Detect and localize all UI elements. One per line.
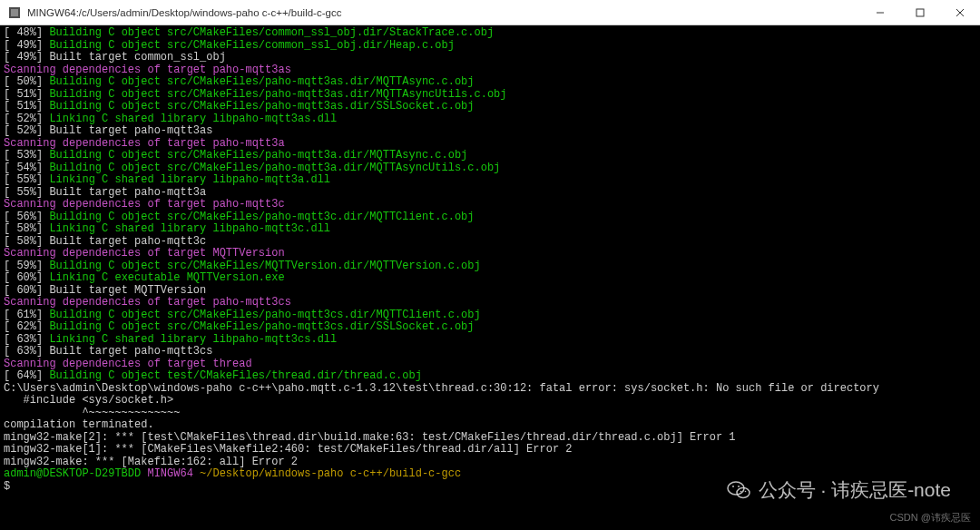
mingw-icon xyxy=(7,5,22,20)
terminal-line: [ 54%] Building C object src/CMakeFiles/… xyxy=(4,162,976,175)
window-controls xyxy=(860,0,980,25)
terminal-line: mingw32-make[2]: *** [test\CMakeFiles\th… xyxy=(4,432,976,445)
terminal-line: Scanning dependencies of target paho-mqt… xyxy=(4,138,976,151)
terminal-line: [ 52%] Linking C shared library libpaho-… xyxy=(4,113,976,126)
terminal-line: Scanning dependencies of target MQTTVers… xyxy=(4,248,976,260)
terminal-line: [ 55%] Built target paho-mqtt3a xyxy=(4,187,976,200)
watermark-text: 公众号 · 讳疾忌医-note xyxy=(759,477,951,503)
terminal-line: [ 49%] Building C object src/CMakeFiles/… xyxy=(4,40,976,53)
terminal-line: [ 49%] Built target common_ssl_obj xyxy=(4,52,976,64)
svg-point-7 xyxy=(737,488,750,498)
titlebar-left: MINGW64:/c/Users/admin/Desktop/windows-p… xyxy=(7,5,341,20)
terminal-line: [ 51%] Building C object src/CMakeFiles/… xyxy=(4,101,976,113)
terminal-line: [ 58%] Built target paho-mqtt3c xyxy=(4,236,976,249)
svg-point-11 xyxy=(744,491,746,493)
minimize-button[interactable] xyxy=(860,0,900,25)
svg-point-9 xyxy=(738,486,740,487)
terminal-line: [ 48%] Building C object src/CMakeFiles/… xyxy=(4,27,976,40)
terminal-line: C:\Users\admin\Desktop\windows-paho c-c+… xyxy=(4,383,976,396)
svg-point-8 xyxy=(732,486,734,487)
terminal-line: Scanning dependencies of target thread xyxy=(4,358,976,371)
terminal-line: compilation terminated. xyxy=(4,419,976,432)
wechat-icon xyxy=(726,477,751,503)
terminal-line: [ 63%] Linking C shared library libpaho-… xyxy=(4,334,976,347)
terminal-line: [ 53%] Building C object src/CMakeFiles/… xyxy=(4,150,976,162)
terminal-line: [ 51%] Building C object src/CMakeFiles/… xyxy=(4,89,976,102)
terminal-line: [ 55%] Linking C shared library libpaho-… xyxy=(4,174,976,187)
terminal-line: Scanning dependencies of target paho-mqt… xyxy=(4,64,976,77)
terminal-line: [ 60%] Built target MQTTVersion xyxy=(4,285,976,298)
csdn-watermark: CSDN @讳疾忌医 xyxy=(890,511,971,525)
terminal-line: #include <sys/socket.h> xyxy=(4,395,976,407)
terminal-line: [ 62%] Building C object src/CMakeFiles/… xyxy=(4,321,976,334)
svg-rect-3 xyxy=(916,9,924,16)
terminal-output[interactable]: [ 48%] Building C object src/CMakeFiles/… xyxy=(0,25,980,530)
terminal-line: Scanning dependencies of target paho-mqt… xyxy=(4,297,976,309)
svg-point-10 xyxy=(740,491,741,493)
terminal-line: Scanning dependencies of target paho-mqt… xyxy=(4,199,976,211)
terminal-line: [ 52%] Built target paho-mqtt3as xyxy=(4,125,976,138)
window-title: MINGW64:/c/Users/admin/Desktop/windows-p… xyxy=(27,7,341,18)
close-button[interactable] xyxy=(940,0,980,25)
maximize-button[interactable] xyxy=(900,0,940,25)
terminal-line: [ 58%] Linking C shared library libpaho-… xyxy=(4,223,976,236)
terminal-line: mingw32-make: *** [Makefile:162: all] Er… xyxy=(4,456,976,469)
titlebar: MINGW64:/c/Users/admin/Desktop/windows-p… xyxy=(0,0,980,25)
terminal-line: [ 64%] Building C object test/CMakeFiles… xyxy=(4,370,976,383)
svg-rect-1 xyxy=(11,9,18,16)
terminal-line: ^~~~~~~~~~~~~~~ xyxy=(4,407,976,420)
terminal-line: [ 60%] Linking C executable MQTTVersion.… xyxy=(4,272,976,285)
terminal-line: [ 59%] Building C object src/CMakeFiles/… xyxy=(4,260,976,273)
terminal-line: mingw32-make[1]: *** [CMakeFiles\Makefil… xyxy=(4,444,976,456)
terminal-line: [ 63%] Built target paho-mqtt3cs xyxy=(4,346,976,358)
terminal-line: [ 50%] Building C object src/CMakeFiles/… xyxy=(4,76,976,89)
terminal-line: [ 61%] Building C object src/CMakeFiles/… xyxy=(4,309,976,322)
watermark: 公众号 · 讳疾忌医-note xyxy=(726,477,951,503)
terminal-line: [ 56%] Building C object src/CMakeFiles/… xyxy=(4,211,976,224)
